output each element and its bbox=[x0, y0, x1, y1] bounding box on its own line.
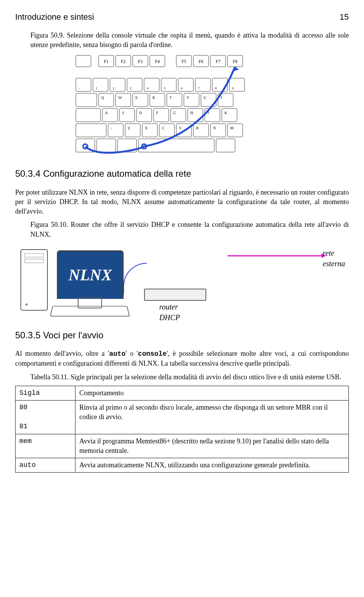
svg-text:E: E bbox=[135, 96, 138, 100]
sigla-81: 81 bbox=[19, 422, 71, 431]
svg-text:>: > bbox=[111, 126, 113, 130]
svg-text:R: R bbox=[152, 96, 155, 100]
svg-rect-65 bbox=[188, 108, 203, 122]
svg-rect-25 bbox=[144, 78, 159, 91]
svg-rect-46 bbox=[167, 93, 182, 107]
svg-text:H: H bbox=[190, 111, 193, 115]
table-header-row: Sigla Comportamento bbox=[16, 386, 349, 400]
cell-sigla-auto: auto bbox=[16, 458, 75, 472]
table-caption: Tabella 50.11. Sigle principali per la s… bbox=[30, 372, 349, 382]
svg-text:X: X bbox=[145, 126, 148, 130]
page-number: 15 bbox=[340, 11, 349, 23]
th-sigla: Sigla bbox=[16, 386, 75, 400]
svg-text:A: A bbox=[105, 111, 108, 115]
svg-text:2: 2 bbox=[113, 86, 115, 90]
svg-rect-44 bbox=[150, 93, 165, 107]
table-caption-text: Tabella 50.11. Sigle principali per la s… bbox=[30, 373, 341, 381]
boot-options-table: Sigla Comportamento 80 81 Rinvia al prim… bbox=[15, 386, 349, 473]
svg-text:K: K bbox=[224, 111, 228, 115]
table-row: mem Avvia il programma Memtest86+ (descr… bbox=[16, 434, 349, 458]
svg-rect-21 bbox=[110, 78, 125, 91]
svg-rect-61 bbox=[154, 108, 169, 122]
svg-rect-19 bbox=[93, 78, 108, 91]
screen-label: NLNX bbox=[69, 264, 112, 286]
svg-text:9: 9 bbox=[232, 86, 234, 90]
svg-rect-82 bbox=[193, 124, 209, 137]
svg-text:U: U bbox=[204, 96, 207, 100]
svg-rect-59 bbox=[136, 108, 152, 122]
svg-text:4: 4 bbox=[147, 86, 149, 90]
figure-caption-2: Figura 50.10. Router che offre il serviz… bbox=[30, 220, 349, 239]
svg-rect-89 bbox=[97, 139, 116, 152]
section-heading-1: 50.3.4 Configurazione automatica della r… bbox=[15, 167, 349, 180]
router-label: router DHCP bbox=[159, 302, 180, 323]
svg-rect-29 bbox=[178, 78, 193, 91]
external-arrow bbox=[228, 255, 322, 256]
figure-caption-1: Figura 50.9. Selezione della console vir… bbox=[30, 31, 349, 50]
svg-text:F: F bbox=[156, 111, 158, 115]
svg-text:W: W bbox=[118, 96, 122, 100]
svg-rect-74 bbox=[125, 124, 140, 137]
keyboard-icon bbox=[50, 306, 130, 316]
svg-text:F7: F7 bbox=[216, 59, 221, 64]
svg-rect-78 bbox=[159, 124, 174, 137]
svg-text:F8: F8 bbox=[233, 59, 238, 64]
svg-rect-92 bbox=[216, 139, 235, 152]
svg-text:3: 3 bbox=[130, 86, 132, 90]
svg-text:6: 6 bbox=[181, 86, 183, 90]
svg-text:C: C bbox=[162, 126, 165, 130]
svg-text:F1: F1 bbox=[104, 59, 109, 64]
header-left: Introduzione e sintesi bbox=[15, 11, 94, 23]
svg-text:Z: Z bbox=[128, 126, 130, 130]
table-row: 80 81 Rinvia al primo o al secondo disco… bbox=[16, 401, 349, 434]
router-icon bbox=[144, 289, 206, 301]
table-row: auto Avvia automaticamente NLNX, utilizz… bbox=[16, 458, 349, 472]
svg-text:F6: F6 bbox=[199, 59, 204, 64]
svg-text:8: 8 bbox=[215, 86, 217, 90]
svg-rect-54 bbox=[76, 108, 100, 122]
svg-text:N: N bbox=[213, 126, 216, 130]
svg-rect-17 bbox=[76, 78, 91, 91]
svg-text:T: T bbox=[169, 96, 172, 100]
monitor-screen: NLNX bbox=[57, 250, 124, 299]
svg-text:F3: F3 bbox=[138, 59, 143, 64]
svg-rect-95 bbox=[21, 250, 47, 310]
cell-desc-3: Avvia automaticamente NLNX, utilizzando … bbox=[75, 458, 349, 472]
svg-text:F4: F4 bbox=[155, 59, 160, 64]
svg-rect-37 bbox=[76, 93, 97, 107]
svg-rect-38 bbox=[99, 93, 114, 107]
network-diagram: NLNX router DHCP rete esterna bbox=[19, 244, 345, 320]
p2-text-a: Al momento dell'avvio, oltre a ' bbox=[15, 350, 109, 357]
svg-rect-31 bbox=[195, 78, 210, 91]
section-heading-2: 50.3.5 Voci per l'avvio bbox=[15, 329, 349, 342]
svg-point-98 bbox=[25, 303, 28, 306]
svg-text:F5: F5 bbox=[182, 59, 187, 64]
section-1-paragraph: Per poter utilizzare NLNX in rete, senza… bbox=[15, 188, 349, 217]
svg-rect-48 bbox=[184, 93, 199, 107]
svg-text:B: B bbox=[196, 126, 199, 130]
svg-rect-42 bbox=[133, 93, 148, 107]
svg-rect-40 bbox=[116, 93, 131, 107]
svg-text:Q: Q bbox=[101, 96, 104, 100]
svg-text:V: V bbox=[179, 126, 182, 130]
sigla-80: 80 bbox=[19, 403, 71, 412]
pc-tower-icon bbox=[19, 248, 53, 312]
svg-text:G: G bbox=[173, 111, 176, 115]
svg-rect-55 bbox=[102, 108, 118, 122]
svg-text:D: D bbox=[139, 111, 142, 115]
cell-desc-2: Avvia il programma Memtest86+ (descritto… bbox=[75, 434, 349, 458]
cell-sigla-mem: mem bbox=[16, 434, 75, 458]
svg-rect-27 bbox=[161, 78, 176, 91]
svg-text:7: 7 bbox=[198, 86, 200, 90]
svg-rect-69 bbox=[222, 108, 237, 122]
lan-cable bbox=[123, 263, 147, 294]
p2-text-b: ' o ' bbox=[126, 350, 138, 357]
svg-rect-72 bbox=[108, 124, 123, 137]
svg-rect-76 bbox=[142, 124, 157, 137]
svg-rect-84 bbox=[210, 124, 226, 137]
keyboard-diagram: F1 F2 F3 F4 F5 F6 F7 F8 \ 1 2 3 4 5 6 7 … bbox=[68, 53, 296, 160]
svg-text:S: S bbox=[122, 111, 124, 115]
svg-rect-71 bbox=[76, 124, 106, 137]
svg-text:1: 1 bbox=[96, 86, 97, 90]
external-network-label: rete esterna bbox=[323, 248, 345, 269]
